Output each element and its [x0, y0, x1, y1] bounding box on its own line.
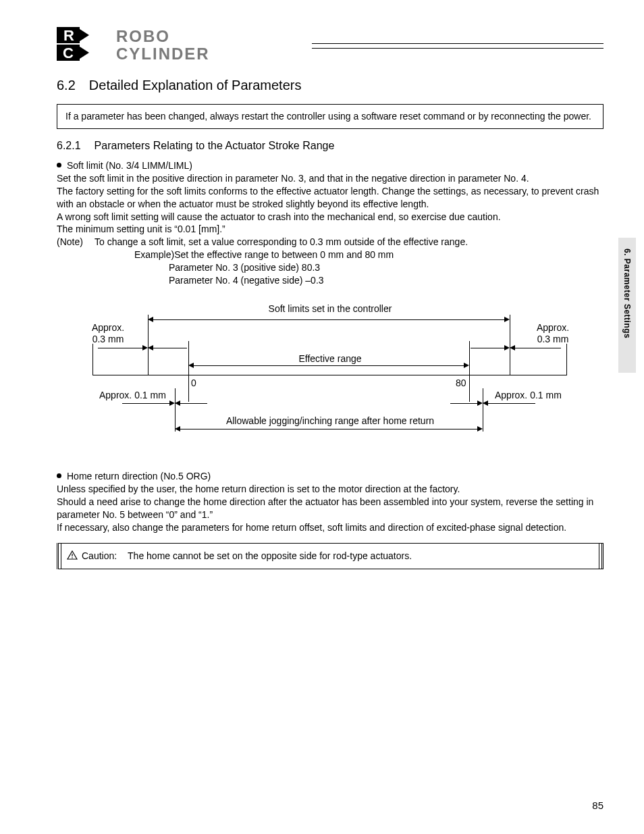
page-number: 85	[592, 800, 603, 811]
home-return-heading: Home return direction (No.5 ORG)	[57, 471, 603, 481]
param3-line: Parameter No. 3 (positive side) 80.3	[57, 261, 603, 274]
subsection-title: Parameters Relating to the Actuator Stro…	[95, 140, 335, 152]
intro-note-box: If a parameter has been changed, always …	[57, 104, 603, 129]
section-title: Detailed Explanation of Parameters	[89, 78, 302, 93]
logo-line1: ROBO	[116, 27, 170, 45]
param4-line: Parameter No. 4 (negative side) –0.3	[57, 274, 603, 287]
soft-limit-p3: A wrong soft limit setting will cause th…	[57, 211, 603, 224]
example-row: Example)Set the effective range to betwe…	[57, 249, 603, 261]
home-return-p1: Unless specified by the user, the home r…	[57, 483, 603, 496]
side-tab-label: 6. Parameter Settings	[622, 249, 632, 338]
soft-limit-p2: The factory setting for the soft limits …	[57, 185, 603, 211]
soft-limit-note: (Note) To change a soft limit, set a val…	[57, 236, 603, 249]
side-tab: 6. Parameter Settings	[618, 238, 636, 373]
soft-limit-heading: Soft limit (No. 3/4 LIMM/LIML)	[57, 160, 603, 171]
logo-mark-icon: R C	[57, 27, 108, 64]
subsection-heading: 6.2.1 Parameters Relating to the Actuato…	[57, 140, 603, 152]
dia-jog-label: Allowable jogging/inching range after ho…	[80, 415, 580, 427]
logo-line2: CYLINDER	[116, 45, 210, 62]
brand-logo: R C ROBO CYLINDER	[57, 27, 603, 64]
svg-point-8	[72, 558, 73, 559]
caution-text: The home cannot be set on the opposite s…	[128, 550, 412, 561]
dia-approx-right: Approx. 0.3 mm	[526, 322, 580, 345]
caution-box: Caution: The home cannot be set on the o…	[57, 543, 603, 569]
soft-limit-p1: Set the soft limit in the positive direc…	[57, 172, 603, 185]
section-number: 6.2	[57, 78, 76, 93]
intro-note-text: If a parameter has been changed, always …	[65, 111, 591, 122]
note-label: (Note)	[57, 236, 95, 249]
svg-text:R: R	[63, 27, 74, 44]
note-text: To change a soft limit, set a value corr…	[95, 236, 468, 249]
warning-icon	[67, 550, 78, 562]
home-return-p3: If necessary, also change the parameters…	[57, 521, 603, 534]
bullet-icon	[57, 163, 61, 167]
example-text: Set the effective range to between 0 mm …	[174, 249, 394, 260]
dia-top-label: Soft limits set in the controller	[80, 303, 580, 315]
example-label: Example)	[134, 249, 174, 260]
dia-lower-left: Approx. 0.1 mm	[99, 390, 166, 401]
soft-limit-bullet: Soft limit (No. 3/4 LIMM/LIML)	[67, 160, 192, 171]
dia-lower-right: Approx. 0.1 mm	[495, 390, 562, 401]
dia-approx-left: Approx. 0.3 mm	[84, 322, 132, 345]
caution-label: Caution:	[82, 550, 117, 561]
section-heading: 6.2 Detailed Explanation of Parameters	[57, 78, 603, 93]
svg-marker-4	[80, 29, 89, 41]
home-return-bullet: Home return direction (No.5 ORG)	[67, 471, 211, 481]
dia-axis-eighty: 80	[456, 377, 466, 389]
dia-effective: Effective range	[80, 353, 580, 365]
soft-limit-diagram: Soft limits set in the controller Approx…	[80, 303, 580, 452]
dia-axis-zero: 0	[191, 377, 196, 389]
soft-limit-p4: The minimum setting unit is “0.01 [mm].”	[57, 223, 603, 236]
svg-text:C: C	[63, 45, 74, 61]
home-return-p2: Should a need arise to change the home d…	[57, 496, 603, 521]
logo-text: ROBO CYLINDER	[116, 27, 298, 64]
subsection-number: 6.2.1	[57, 140, 81, 152]
header-rule	[312, 43, 603, 49]
bullet-icon	[57, 473, 61, 478]
svg-marker-5	[80, 47, 89, 59]
